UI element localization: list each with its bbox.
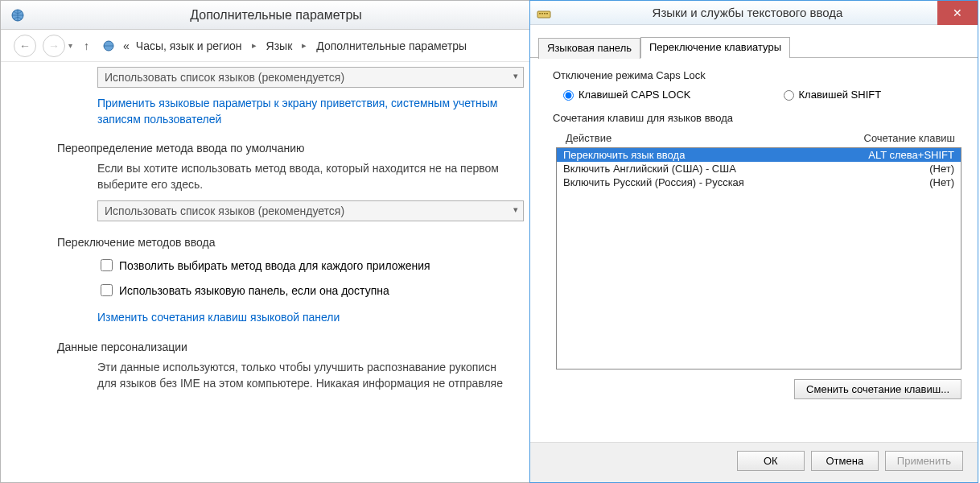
- location-icon: [101, 38, 117, 54]
- up-button[interactable]: ↑: [84, 39, 89, 52]
- right-window-title: Языки и службы текстового ввода: [558, 6, 937, 19]
- globe-icon: [10, 8, 25, 23]
- list-row-action: Переключить язык ввода: [563, 149, 868, 161]
- lang-bar-checkbox[interactable]: [101, 284, 113, 296]
- content-area: Использовать список языков (рекомендуетс…: [1, 62, 530, 415]
- left-titlebar: Дополнительные параметры: [1, 1, 530, 30]
- input-method-dropdown[interactable]: Использовать список языков (рекомендуетс…: [97, 200, 524, 221]
- breadcrumb-seg3[interactable]: Дополнительные параметры: [316, 39, 467, 52]
- list-row-action: Включить Английский (США) - США: [563, 163, 929, 175]
- chevron-right-icon: ▸: [302, 40, 307, 51]
- ok-button[interactable]: ОК: [737, 451, 805, 471]
- list-row-hotkey: (Нет): [929, 176, 954, 188]
- tab-language-bar[interactable]: Языковая панель: [538, 38, 640, 59]
- left-window-title: Дополнительные параметры: [31, 8, 521, 23]
- chevron-right-icon: ▸: [252, 40, 257, 51]
- list-row-hotkey: (Нет): [929, 163, 954, 175]
- hotkey-listbox[interactable]: Переключить язык ввода ALT слева+SHIFT В…: [556, 147, 961, 369]
- svg-rect-6: [546, 13, 548, 14]
- lang-bar-label: Использовать языковую панель, если она д…: [119, 284, 389, 297]
- svg-rect-3: [539, 13, 541, 14]
- right-titlebar: Языки и службы текстового ввода ✕: [530, 1, 978, 25]
- text-services-dialog: Языки и службы текстового ввода ✕ Языков…: [529, 0, 978, 483]
- nav-row: ← → ▾ ↑ « Часы, язык и регион ▸ Язык ▸ Д…: [1, 30, 530, 62]
- radio-shift[interactable]: Клавишей SHIFT: [780, 88, 882, 101]
- list-row-hotkey: ALT слева+SHIFT: [868, 149, 954, 161]
- radio-caps-lock[interactable]: Клавишей CAPS LOCK: [559, 88, 691, 101]
- override-heading: Переопределение метода ввода по умолчани…: [57, 142, 514, 155]
- keyboard-icon: [537, 6, 551, 20]
- tabs-row: Языковая панель Переключение клавиатуры: [530, 25, 978, 58]
- breadcrumb-seg2[interactable]: Язык: [266, 39, 293, 52]
- radio-shift-input[interactable]: [784, 90, 794, 101]
- apply-to-welcome-link[interactable]: Применить языковые параметры к экрану пр…: [97, 96, 514, 127]
- breadcrumb-ellipsis[interactable]: «: [123, 39, 130, 52]
- list-row[interactable]: Включить Русский (Россия) - Русская (Нет…: [557, 175, 961, 189]
- dialog-footer: ОК Отмена Применить: [530, 442, 978, 482]
- list-row-action: Включить Русский (Россия) - Русская: [563, 176, 929, 188]
- display-language-dropdown[interactable]: Использовать список языков (рекомендуетс…: [97, 67, 524, 88]
- caps-group-label: Отключение режима Caps Lock: [553, 69, 963, 81]
- col-hotkey: Сочетание клавиш: [864, 132, 955, 144]
- caps-radio-group: Клавишей CAPS LOCK Клавишей SHIFT: [559, 88, 963, 101]
- col-action: Действие: [566, 132, 864, 144]
- cancel-button[interactable]: Отмена: [811, 451, 879, 471]
- change-btn-row: Сменить сочетание клавиш...: [553, 379, 961, 399]
- close-icon: ✕: [953, 6, 962, 19]
- tab-keyboard-switch[interactable]: Переключение клавиатуры: [640, 37, 790, 58]
- per-app-label: Позволить выбирать метод ввода для каждо…: [119, 259, 430, 272]
- list-header: Действие Сочетание клавиш: [556, 130, 961, 147]
- tab-panel: Отключение режима Caps Lock Клавишей CAP…: [530, 58, 978, 412]
- breadcrumb-seg1[interactable]: Часы, язык и регион: [136, 39, 242, 52]
- change-hotkeys-link[interactable]: Изменить сочетания клавиш языковой панел…: [97, 310, 514, 326]
- svg-rect-2: [537, 11, 550, 18]
- override-text: Если вы хотите использовать метод ввода,…: [97, 161, 514, 192]
- forward-button[interactable]: →: [43, 35, 65, 57]
- radio-caps-lock-input[interactable]: [563, 90, 574, 101]
- hotkeys-group-label: Сочетания клавиш для языков ввода: [553, 112, 963, 124]
- close-button[interactable]: ✕: [937, 1, 978, 25]
- control-panel-window: Дополнительные параметры ← → ▾ ↑ « Часы,…: [0, 0, 531, 483]
- back-button[interactable]: ←: [14, 35, 36, 57]
- list-row[interactable]: Включить Английский (США) - США (Нет): [557, 162, 961, 175]
- recent-dropdown-icon[interactable]: ▾: [68, 41, 72, 50]
- change-hotkey-button[interactable]: Сменить сочетание клавиш...: [794, 379, 961, 399]
- switch-heading: Переключение методов ввода: [57, 236, 514, 249]
- personal-heading: Данные персонализации: [57, 341, 514, 353]
- apply-button[interactable]: Применить: [885, 451, 963, 471]
- per-app-checkbox-row[interactable]: Позволить выбирать метод ввода для каждо…: [97, 257, 514, 274]
- lang-bar-checkbox-row[interactable]: Использовать языковую панель, если она д…: [97, 282, 514, 299]
- svg-rect-5: [544, 13, 546, 14]
- per-app-checkbox[interactable]: [101, 259, 113, 271]
- personal-text: Эти данные используются, только чтобы ул…: [97, 360, 514, 391]
- svg-rect-4: [541, 13, 543, 14]
- list-row[interactable]: Переключить язык ввода ALT слева+SHIFT: [557, 148, 961, 162]
- radio-caps-lock-label: Клавишей CAPS LOCK: [579, 89, 691, 101]
- radio-shift-label: Клавишей SHIFT: [799, 89, 882, 101]
